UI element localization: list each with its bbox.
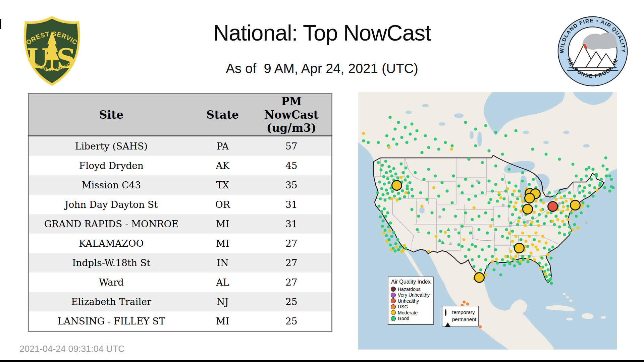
- monitor-dot[interactable]: [532, 178, 535, 181]
- monitor-dot[interactable]: [394, 172, 397, 175]
- monitor-dot[interactable]: [481, 248, 484, 251]
- monitor-dot[interactable]: [387, 146, 390, 149]
- monitor-dot[interactable]: [414, 137, 417, 140]
- monitor-dot[interactable]: [406, 184, 409, 187]
- monitor-dot[interactable]: [544, 272, 547, 275]
- monitor-dot[interactable]: [404, 126, 407, 129]
- air-quality-map[interactable]: {} Air Quality Index HazardousVery Unhea…: [358, 92, 617, 350]
- monitor-dot[interactable]: [381, 193, 384, 196]
- monitor-dot[interactable]: [430, 211, 433, 214]
- monitor-dot[interactable]: [529, 251, 532, 254]
- monitor-dot[interactable]: [484, 273, 487, 276]
- monitor-dot[interactable]: [521, 171, 524, 174]
- monitor-dot[interactable]: [576, 226, 579, 229]
- monitor-dot[interactable]: [578, 191, 581, 194]
- monitor-dot[interactable]: [415, 129, 418, 132]
- monitor-dot[interactable]: [395, 142, 398, 145]
- monitor-dot[interactable]: [383, 198, 386, 201]
- monitor-dot[interactable]: [491, 218, 494, 221]
- monitor-dot[interactable]: [534, 199, 537, 202]
- monitor-dot[interactable]: [390, 197, 393, 200]
- monitor-dot[interactable]: [494, 248, 497, 251]
- top-site-circle[interactable]: [525, 193, 535, 203]
- monitor-dot[interactable]: [501, 235, 504, 238]
- monitor-dot[interactable]: [403, 244, 406, 247]
- monitor-dot[interactable]: [544, 153, 547, 156]
- monitor-dot[interactable]: [495, 257, 498, 260]
- monitor-dot[interactable]: [414, 171, 417, 174]
- monitor-dot[interactable]: [479, 325, 482, 328]
- monitor-dot[interactable]: [393, 194, 396, 197]
- monitor-dot[interactable]: [387, 225, 390, 228]
- monitor-dot[interactable]: [558, 202, 561, 205]
- monitor-dot[interactable]: [501, 178, 504, 181]
- monitor-dot[interactable]: [406, 187, 409, 190]
- monitor-dot[interactable]: [608, 189, 611, 192]
- monitor-dot[interactable]: [544, 241, 547, 244]
- monitor-dot[interactable]: [386, 211, 389, 214]
- monitor-dot[interactable]: [395, 245, 398, 248]
- monitor-dot[interactable]: [376, 191, 379, 194]
- monitor-dot[interactable]: [397, 121, 400, 124]
- monitor-dot[interactable]: [518, 189, 521, 192]
- monitor-dot[interactable]: [410, 208, 413, 211]
- monitor-dot[interactable]: [591, 194, 594, 197]
- monitor-dot[interactable]: [454, 215, 457, 218]
- monitor-dot[interactable]: [496, 199, 499, 202]
- monitor-dot[interactable]: [444, 141, 447, 144]
- monitor-dot[interactable]: [511, 193, 514, 196]
- monitor-dot[interactable]: [571, 163, 574, 166]
- monitor-dot[interactable]: [506, 236, 509, 239]
- top-site-circle[interactable]: [392, 181, 402, 190]
- monitor-dot[interactable]: [517, 220, 520, 223]
- monitor-dot[interactable]: [386, 177, 389, 180]
- monitor-dot[interactable]: [411, 194, 414, 197]
- monitor-dot[interactable]: [487, 179, 490, 182]
- monitor-dot[interactable]: [406, 175, 409, 178]
- monitor-dot[interactable]: [539, 208, 542, 212]
- monitor-dot[interactable]: [610, 178, 613, 181]
- monitor-dot[interactable]: [588, 184, 591, 187]
- monitor-dot[interactable]: [530, 221, 533, 224]
- monitor-dot[interactable]: [408, 181, 411, 184]
- monitor-dot[interactable]: [580, 211, 583, 214]
- monitor-dot[interactable]: [401, 189, 404, 192]
- monitor-dot[interactable]: [539, 267, 542, 270]
- monitor-dot[interactable]: [462, 238, 465, 241]
- monitor-dot[interactable]: [479, 268, 482, 271]
- monitor-dot[interactable]: [444, 231, 447, 234]
- monitor-dot[interactable]: [548, 191, 551, 194]
- monitor-dot[interactable]: [382, 175, 385, 178]
- monitor-dot[interactable]: [543, 222, 546, 225]
- monitor-dot[interactable]: [464, 121, 467, 124]
- monitor-dot[interactable]: [523, 221, 526, 224]
- monitor-dot[interactable]: [591, 168, 594, 171]
- monitor-dot[interactable]: [464, 255, 467, 258]
- monitor-dot[interactable]: [575, 174, 578, 177]
- monitor-dot[interactable]: [531, 216, 534, 219]
- monitor-dot[interactable]: [528, 235, 531, 238]
- monitor-dot[interactable]: [526, 257, 529, 260]
- monitor-dot[interactable]: [539, 198, 542, 201]
- monitor-dot[interactable]: [507, 231, 511, 234]
- monitor-dot[interactable]: [509, 256, 513, 259]
- monitor-dot[interactable]: [382, 231, 385, 234]
- monitor-dot[interactable]: [486, 265, 489, 268]
- monitor-dot[interactable]: [544, 215, 547, 218]
- monitor-dot[interactable]: [526, 245, 529, 248]
- monitor-dot[interactable]: [457, 243, 460, 246]
- monitor-dot[interactable]: [595, 174, 598, 177]
- monitor-dot[interactable]: [381, 219, 384, 222]
- monitor-dot[interactable]: [518, 262, 521, 265]
- monitor-dot[interactable]: [586, 204, 589, 207]
- monitor-dot[interactable]: [536, 220, 539, 223]
- monitor-dot[interactable]: [464, 211, 467, 214]
- monitor-dot[interactable]: [461, 225, 464, 228]
- monitor-dot[interactable]: [513, 264, 516, 267]
- monitor-dot[interactable]: [546, 211, 549, 214]
- monitor-dot[interactable]: [425, 198, 428, 201]
- top-site-circle[interactable]: [515, 243, 524, 253]
- monitor-dot[interactable]: [508, 262, 511, 265]
- monitor-dot[interactable]: [566, 218, 569, 221]
- monitor-dot[interactable]: [439, 230, 442, 233]
